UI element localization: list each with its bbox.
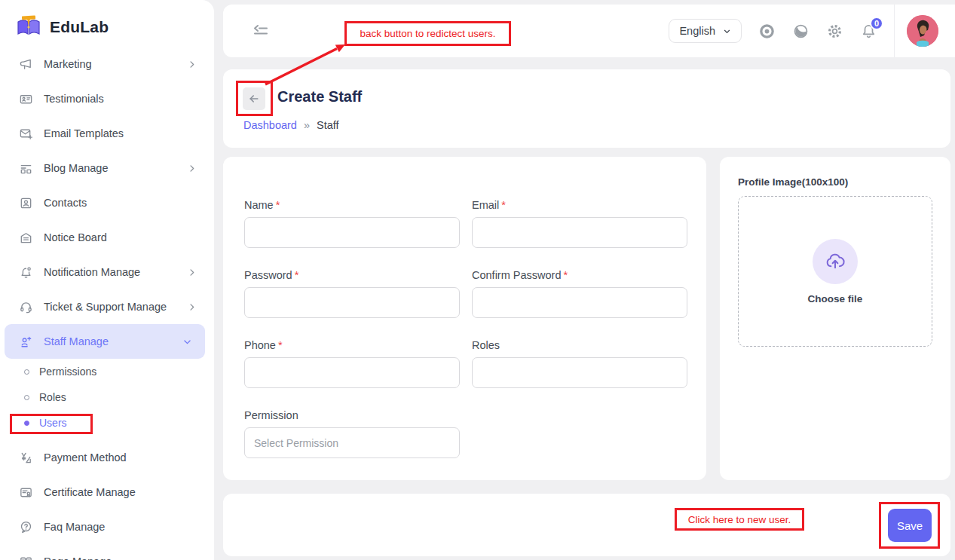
profile-image-label: Profile Image(100x100): [738, 176, 848, 188]
required-marker: *: [276, 199, 280, 211]
sidebar-item-email-templates[interactable]: Email Templates: [0, 116, 214, 151]
email-field[interactable]: [472, 217, 687, 248]
page-header-card: Create Staff Dashboard » Staff: [223, 69, 950, 148]
sidebar-collapse-icon[interactable]: [252, 22, 270, 40]
bullet-icon: [24, 369, 29, 375]
breadcrumb: Dashboard » Staff: [243, 119, 339, 131]
breadcrumb-dashboard-link[interactable]: Dashboard: [243, 119, 297, 131]
notice-board-icon: [18, 230, 33, 245]
page-title: Create Staff: [277, 88, 362, 106]
currency-icon: [18, 450, 33, 465]
screen: EduLab Marketing Testimonials Email Temp…: [0, 0, 955, 560]
choose-file-label: Choose file: [808, 293, 863, 304]
sidebar-item-contacts[interactable]: Contacts: [0, 185, 214, 220]
sidebar-subitem-users[interactable]: Users: [0, 410, 214, 436]
profile-image-dropzone[interactable]: Choose file: [738, 196, 932, 347]
sidebar-item-page-manage[interactable]: Page Manage: [0, 544, 214, 560]
phone-label: Phone: [244, 339, 276, 351]
sidebar-item-notice-board[interactable]: Notice Board: [0, 220, 214, 255]
id-card-icon: [18, 91, 33, 106]
certificate-icon: [18, 485, 33, 500]
required-marker: *: [295, 269, 299, 281]
phone-field[interactable]: [244, 357, 460, 388]
required-marker: *: [563, 269, 568, 281]
footer-card: Save: [223, 494, 950, 556]
chevron-right-icon: [187, 301, 197, 312]
sidebar-item-payment-method[interactable]: Payment Method: [0, 440, 214, 475]
mail-plus-icon: [18, 126, 33, 141]
bell-dot-icon: [18, 265, 33, 280]
sidebar-item-notification-manage[interactable]: Notification Manage: [0, 255, 214, 289]
sidebar-subitem-roles[interactable]: Roles: [0, 384, 214, 410]
confirm-password-field[interactable]: [472, 287, 687, 318]
sidebar-item-certificate-manage[interactable]: Certificate Manage: [0, 475, 214, 510]
confirm-password-label: Confirm Password: [472, 269, 561, 281]
back-button[interactable]: [243, 87, 265, 110]
chevron-right-icon: [187, 163, 197, 173]
avatar[interactable]: [907, 15, 938, 47]
moon-icon[interactable]: [791, 22, 810, 40]
password-field[interactable]: [244, 287, 460, 318]
contact-icon: [18, 195, 33, 210]
roles-field[interactable]: [472, 357, 687, 388]
sidebar-subitem-permissions[interactable]: Permissions: [0, 359, 214, 384]
blog-layout-icon: [18, 161, 33, 176]
sidebar-item-marketing[interactable]: Marketing: [0, 47, 214, 81]
breadcrumb-current: Staff: [317, 119, 339, 131]
language-select[interactable]: English: [669, 19, 742, 43]
brand-name: EduLab: [50, 18, 109, 36]
sidebar-item-ticket-support-manage[interactable]: Ticket & Support Manage: [0, 289, 214, 324]
required-marker: *: [278, 339, 283, 351]
sidebar: EduLab Marketing Testimonials Email Temp…: [0, 0, 214, 560]
upload-circle: [813, 239, 858, 284]
profile-image-card: Profile Image(100x100) Choose file: [720, 157, 950, 480]
save-button[interactable]: Save: [888, 509, 932, 542]
megaphone-icon: [18, 57, 33, 72]
bullet-icon: [24, 421, 29, 426]
pages-icon: [18, 554, 33, 560]
notification-badge: 0: [870, 17, 883, 30]
email-label: Email: [472, 199, 499, 211]
topbar: English 0: [223, 5, 955, 57]
question-bubble-icon: [18, 519, 33, 534]
language-value: English: [679, 25, 715, 37]
cloud-upload-icon: [824, 250, 846, 273]
roles-label: Roles: [472, 339, 500, 351]
chevron-right-icon: [187, 267, 197, 277]
sidebar-item-staff-manage[interactable]: Staff Manage: [5, 324, 205, 359]
bell-icon[interactable]: 0: [859, 22, 877, 40]
permission-label: Permission: [244, 409, 298, 421]
breadcrumb-separator: »: [304, 119, 310, 131]
permission-field[interactable]: [244, 427, 460, 458]
create-staff-form: Name* Email* Password* Confirm Password*…: [223, 157, 706, 480]
password-label: Password: [244, 269, 292, 281]
edulab-logo-icon: [15, 13, 42, 41]
gear-icon[interactable]: [825, 22, 843, 40]
eye-icon[interactable]: [758, 22, 776, 40]
name-label: Name: [244, 199, 274, 211]
required-marker: *: [501, 199, 506, 211]
brand-logo[interactable]: EduLab: [0, 0, 214, 47]
chevron-right-icon: [187, 59, 197, 69]
headset-icon: [18, 299, 33, 314]
sidebar-item-testimonials[interactable]: Testimonials: [0, 81, 214, 116]
divider: [894, 5, 895, 57]
chevron-down-icon: [723, 27, 731, 35]
sidebar-item-blog-manage[interactable]: Blog Manage: [0, 151, 214, 185]
user-plus-icon: [18, 334, 33, 349]
bullet-icon: [24, 395, 29, 400]
chevron-down-icon: [182, 336, 193, 347]
sidebar-item-faq-manage[interactable]: Faq Manage: [0, 510, 214, 544]
name-field[interactable]: [244, 217, 460, 248]
